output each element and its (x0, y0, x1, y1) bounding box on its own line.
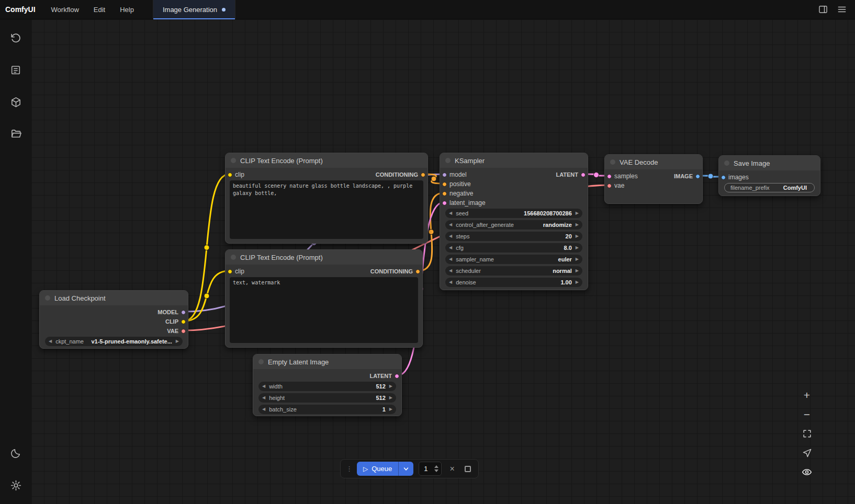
widget-seed[interactable]: ◀ seed 156680208700286 ▶ (445, 209, 582, 218)
increment-arrow-icon[interactable]: ▶ (389, 382, 392, 391)
node-collapse-dot[interactable] (231, 255, 236, 260)
zoom-in-icon[interactable]: + (801, 388, 813, 401)
widget-sampler-name[interactable]: ◀ sampler_name euler ▶ (445, 255, 582, 264)
node-graph-canvas[interactable]: Load Checkpoint MODEL CLIP VAE ◀ ckpt_na… (31, 19, 855, 504)
node-load-checkpoint[interactable]: Load Checkpoint MODEL CLIP VAE ◀ ckpt_na… (39, 290, 188, 349)
conditioning-output-port[interactable] (415, 269, 420, 274)
stepper-down-icon[interactable] (434, 469, 438, 472)
menu-workflow[interactable]: Workflow (44, 0, 86, 19)
drag-handle-icon[interactable]: ⋮ (346, 465, 352, 472)
increment-arrow-icon[interactable]: ▶ (176, 337, 179, 346)
decrement-arrow-icon[interactable]: ◀ (449, 243, 452, 253)
queue-options-caret[interactable] (398, 462, 413, 476)
node-header[interactable]: KSampler (440, 153, 588, 168)
latent-image-input-port[interactable] (442, 201, 447, 205)
theme-toggle-icon[interactable] (4, 442, 27, 465)
images-input-port[interactable] (721, 175, 726, 180)
queue-button[interactable]: ▷ Queue (357, 462, 413, 476)
widget-cfg[interactable]: ◀ cfg 8.0 ▶ (445, 243, 582, 253)
widget-batch-size[interactable]: ◀ batch_size 1 ▶ (258, 405, 396, 414)
increment-arrow-icon[interactable]: ▶ (576, 220, 579, 230)
toggle-visibility-eye-icon[interactable] (801, 466, 813, 478)
node-ksampler[interactable]: KSampler model LATENT positive negative … (440, 153, 588, 290)
workflow-history-icon[interactable] (4, 27, 27, 50)
toggle-panel-icon[interactable] (817, 4, 829, 15)
widget-control-after-generate[interactable]: ◀ control_after_generate randomize ▶ (445, 220, 582, 230)
model-input-port[interactable] (442, 173, 447, 177)
image-link-midpoint-dot[interactable] (708, 174, 713, 179)
node-header[interactable]: Load Checkpoint (40, 291, 188, 305)
decrement-arrow-icon[interactable]: ◀ (262, 405, 265, 414)
increment-arrow-icon[interactable]: ▶ (576, 209, 579, 218)
increment-arrow-icon[interactable]: ▶ (389, 393, 392, 403)
increment-arrow-icon[interactable]: ▶ (576, 266, 579, 276)
model-library-icon[interactable] (4, 90, 27, 113)
batch-count-input[interactable]: 1 (419, 462, 442, 476)
positive-prompt-input[interactable]: beautiful scenery nature glass bottle la… (230, 180, 423, 239)
conditioning-output-port[interactable] (421, 173, 425, 177)
widget-height[interactable]: ◀ height 512 ▶ (258, 393, 396, 403)
node-empty-latent-image[interactable]: Empty Latent Image LATENT ◀ width 512 ▶ … (253, 354, 402, 416)
decrement-arrow-icon[interactable]: ◀ (449, 232, 452, 241)
node-collapse-dot[interactable] (610, 159, 615, 165)
decrement-arrow-icon[interactable]: ◀ (262, 382, 265, 391)
increment-arrow-icon[interactable]: ▶ (576, 232, 579, 241)
increment-arrow-icon[interactable]: ▶ (576, 278, 579, 287)
increment-arrow-icon[interactable]: ▶ (576, 243, 579, 253)
task-queue-icon[interactable] (4, 59, 27, 82)
latent-output-port[interactable] (395, 374, 399, 379)
decrement-arrow-icon[interactable]: ◀ (449, 255, 452, 264)
node-header[interactable]: VAE Decode (605, 155, 702, 169)
settings-gear-icon[interactable] (4, 474, 27, 497)
vae-output-port[interactable] (181, 329, 186, 334)
positive-input-port[interactable] (442, 182, 447, 187)
node-header[interactable]: Save Image (719, 156, 820, 170)
increment-arrow-icon[interactable]: ▶ (576, 255, 579, 264)
image-output-port[interactable] (695, 174, 700, 179)
clip-input-port[interactable] (228, 173, 232, 177)
node-collapse-dot[interactable] (231, 158, 236, 163)
node-header[interactable]: CLIP Text Encode (Prompt) (226, 153, 428, 168)
clip-link-bottom-midpoint-dot[interactable] (204, 293, 209, 299)
widget-scheduler[interactable]: ◀ scheduler normal ▶ (445, 266, 582, 276)
batch-count-steppers[interactable] (434, 465, 438, 472)
select-pan-arrow-icon[interactable] (801, 446, 813, 459)
node-clip-text-encode-negative[interactable]: CLIP Text Encode (Prompt) clip CONDITION… (225, 249, 423, 348)
zoom-out-icon[interactable]: − (801, 408, 813, 420)
vae-input-port[interactable] (607, 184, 612, 188)
menu-edit[interactable]: Edit (86, 0, 113, 19)
tab-image-generation[interactable]: Image Generation (153, 0, 235, 19)
decrement-arrow-icon[interactable]: ◀ (449, 220, 452, 230)
clip-input-port[interactable] (228, 269, 232, 274)
negative-prompt-input[interactable]: text, watermark (230, 277, 418, 343)
node-vae-decode[interactable]: VAE Decode samples IMAGE vae (604, 154, 703, 204)
widget-denoise[interactable]: ◀ denoise 1.00 ▶ (445, 278, 582, 287)
widget-ckpt-name[interactable]: ◀ ckpt_name v1-5-pruned-emaonly.safete..… (45, 337, 183, 346)
widget-width[interactable]: ◀ width 512 ▶ (258, 382, 396, 391)
node-collapse-dot[interactable] (724, 161, 729, 166)
latent-output-port[interactable] (581, 173, 586, 177)
node-header[interactable]: Empty Latent Image (253, 354, 401, 369)
hamburger-menu-icon[interactable] (836, 4, 848, 15)
clip-output-port[interactable] (181, 319, 186, 324)
node-save-image[interactable]: Save Image images filename_prefix ComfyU… (718, 155, 820, 196)
menu-help[interactable]: Help (113, 0, 141, 19)
node-clip-text-encode-positive[interactable]: CLIP Text Encode (Prompt) clip CONDITION… (225, 153, 428, 244)
node-collapse-dot[interactable] (45, 295, 50, 301)
decrement-arrow-icon[interactable]: ◀ (449, 209, 452, 218)
positive-conditioning-link-midpoint-dot[interactable] (431, 176, 436, 181)
node-collapse-dot[interactable] (258, 359, 264, 364)
decrement-arrow-icon[interactable]: ◀ (449, 266, 452, 276)
model-output-port[interactable] (181, 310, 186, 315)
samples-input-port[interactable] (607, 174, 612, 179)
negative-input-port[interactable] (442, 191, 447, 196)
decrement-arrow-icon[interactable]: ◀ (49, 337, 52, 346)
widget-filename-prefix[interactable]: filename_prefix ComfyUI (724, 183, 815, 192)
workflows-folder-icon[interactable] (4, 122, 27, 145)
node-header[interactable]: CLIP Text Encode (Prompt) (226, 250, 422, 265)
decrement-arrow-icon[interactable]: ◀ (449, 278, 452, 287)
decrement-arrow-icon[interactable]: ◀ (262, 393, 265, 403)
node-collapse-dot[interactable] (445, 158, 451, 163)
clear-queue-icon[interactable]: × (447, 464, 457, 474)
fit-view-icon[interactable] (801, 427, 813, 440)
